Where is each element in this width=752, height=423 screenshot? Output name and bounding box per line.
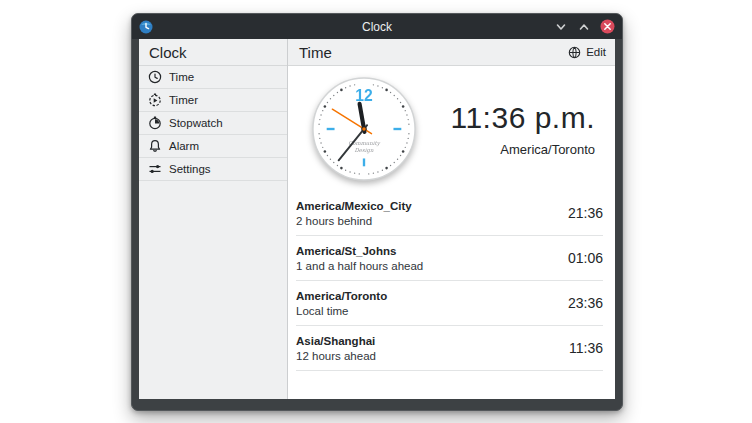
edit-button[interactable]: Edit [568, 46, 606, 59]
analog-clock: 12 Community Design [310, 75, 418, 183]
chevron-down-icon [555, 21, 567, 33]
timezone-row[interactable]: America/St_Johns 1 and a half hours ahea… [296, 236, 603, 281]
current-timezone: America/Toronto [450, 142, 595, 157]
maximize-button[interactable] [576, 19, 592, 35]
titlebar[interactable]: Clock [132, 14, 622, 39]
timezone-time: 01:06 [568, 250, 603, 266]
clock-icon [148, 70, 162, 84]
timezone-time: 23:36 [568, 295, 603, 311]
main-header: Time Edit [288, 39, 615, 66]
clock-numeral-12: 12 [355, 86, 373, 103]
sidebar-title: Clock [139, 39, 287, 66]
sidebar-item-label: Settings [169, 163, 211, 175]
globe-icon [568, 46, 581, 59]
timezone-name: Asia/Shanghai [296, 335, 376, 347]
timezone-row[interactable]: America/Toronto Local time 23:36 [296, 281, 603, 326]
timezone-offset: 1 and a half hours ahead [296, 260, 423, 272]
timezone-offset: 12 hours ahead [296, 350, 376, 362]
sidebar-item-label: Stopwatch [169, 117, 223, 129]
timezone-name: America/Toronto [296, 290, 387, 302]
minimize-button[interactable] [553, 19, 569, 35]
edit-button-label: Edit [586, 46, 606, 58]
timezone-offset: Local time [296, 305, 387, 317]
timezone-time: 21:36 [568, 205, 603, 221]
timezone-name: America/St_Johns [296, 245, 423, 257]
timezone-list: America/Mexico_City 2 hours behind 21:36… [288, 191, 615, 371]
settings-sliders-icon [148, 162, 162, 176]
clock-brand-line2: Design [355, 146, 374, 153]
current-time-section: 12 Community Design 11:36 p.m. [288, 66, 615, 191]
sidebar-item-settings[interactable]: Settings [139, 158, 287, 181]
timezone-name: America/Mexico_City [296, 200, 412, 212]
sidebar-item-label: Timer [169, 94, 198, 106]
window-title: Clock [132, 20, 622, 34]
timer-icon [148, 93, 162, 107]
timezone-offset: 2 hours behind [296, 215, 412, 227]
sidebar: Clock Time Timer [139, 39, 288, 399]
chevron-up-icon [578, 21, 590, 33]
close-button[interactable] [599, 19, 615, 35]
sidebar-item-timer[interactable]: Timer [139, 89, 287, 112]
timezone-row[interactable]: America/Mexico_City 2 hours behind 21:36 [296, 191, 603, 236]
app-icon [139, 20, 153, 34]
timezone-time: 11:36 [569, 340, 603, 356]
current-time: 11:36 p.m. [450, 101, 595, 135]
clock-window: Clock Clock [131, 13, 623, 411]
close-icon [600, 19, 615, 34]
sidebar-item-stopwatch[interactable]: Stopwatch [139, 112, 287, 135]
page-title: Time [299, 44, 332, 61]
time-page: Time Edit 12 [288, 39, 615, 399]
sidebar-item-alarm[interactable]: Alarm [139, 135, 287, 158]
alarm-bell-icon [148, 139, 162, 153]
stopwatch-icon [148, 116, 162, 130]
sidebar-item-time[interactable]: Time [139, 66, 287, 89]
sidebar-item-label: Alarm [169, 140, 199, 152]
timezone-row[interactable]: Asia/Shanghai 12 hours ahead 11:36 [296, 326, 603, 371]
sidebar-item-label: Time [169, 71, 194, 83]
